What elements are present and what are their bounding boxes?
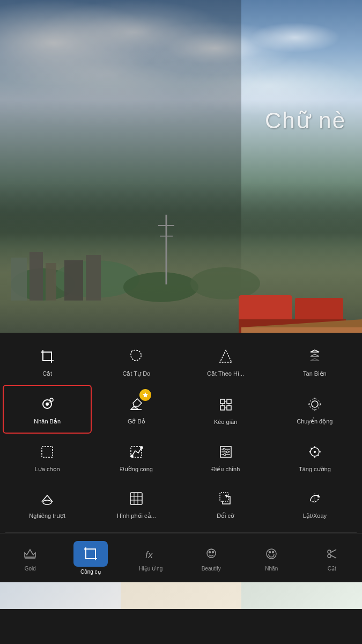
svg-point-87 xyxy=(269,552,271,553)
svg-text:fx: fx xyxy=(145,550,153,560)
svg-marker-24 xyxy=(311,350,319,352)
tool-doi-co[interactable]: Đổi cờ xyxy=(181,480,270,527)
tool-tan-bien-label: Tan Biến xyxy=(303,370,327,377)
svg-rect-5 xyxy=(29,252,43,301)
svg-point-53 xyxy=(223,448,225,450)
ad-bar xyxy=(0,582,362,609)
tool-duong-cong-label: Đường cong xyxy=(120,466,153,473)
svg-rect-4 xyxy=(11,258,27,301)
tool-tan-bien[interactable]: Tan Biến xyxy=(270,338,359,385)
ad-segment-3 xyxy=(241,582,362,609)
svg-point-64 xyxy=(43,500,51,504)
svg-rect-70 xyxy=(220,493,228,501)
tool-dieu-chinh-label: Điều chỉnh xyxy=(211,466,240,473)
blend-icon xyxy=(125,488,147,509)
tab-nhan-label: Nhãn xyxy=(265,566,278,572)
tool-go-bo[interactable]: Gỡ Bỏ xyxy=(92,385,181,434)
tab-gold[interactable]: Gold xyxy=(0,541,61,575)
svg-rect-16 xyxy=(43,352,51,361)
tab-cat-label: Cắt xyxy=(328,566,336,572)
svg-point-40 xyxy=(309,399,320,409)
shape-crop-icon xyxy=(215,346,237,367)
flip-rotate-icon xyxy=(304,488,326,509)
ad-bar-content xyxy=(0,582,362,609)
svg-point-85 xyxy=(212,552,213,553)
ad-segment-2 xyxy=(121,582,241,609)
tilt-icon xyxy=(36,488,58,509)
svg-point-90 xyxy=(328,554,331,558)
ad-segment-1 xyxy=(0,582,121,609)
photo-canvas: Chữ nè xyxy=(0,0,362,333)
tool-duong-cong[interactable]: Đường cong xyxy=(92,434,181,480)
tool-dieu-chinh[interactable]: Điều chỉnh xyxy=(181,434,270,480)
tool-lat-xoay-label: Lật/Xoay xyxy=(303,513,327,519)
svg-rect-65 xyxy=(130,493,142,504)
svg-point-3 xyxy=(190,267,260,299)
tool-cat-tu-do[interactable]: Cắt Tự Do xyxy=(92,338,181,385)
tool-keo-gian-label: Kéo giãn xyxy=(214,419,237,425)
svg-point-29 xyxy=(50,398,53,401)
tool-lua-chon[interactable]: Lựa chọn xyxy=(3,434,92,480)
scissors-icon xyxy=(322,544,342,564)
tool-cat[interactable]: Cắt xyxy=(3,338,92,385)
svg-point-89 xyxy=(328,550,331,553)
svg-rect-8 xyxy=(86,255,101,301)
tool-go-bo-label: Gỡ Bỏ xyxy=(128,418,145,425)
tool-lat-xoay[interactable]: Lật/Xoay xyxy=(270,480,359,527)
svg-point-48 xyxy=(141,447,143,449)
bottom-tabs: Gold Công cụ f xyxy=(0,533,362,582)
tab-cong-cu[interactable]: Công cụ xyxy=(61,538,121,578)
svg-point-39 xyxy=(312,401,318,407)
tab-hieu-ung[interactable]: fx Hiệu Ứng xyxy=(121,541,181,575)
svg-rect-34 xyxy=(227,406,231,410)
tool-cat-tu-do-label: Cắt Tự Do xyxy=(123,370,151,377)
svg-rect-45 xyxy=(42,447,53,457)
tool-tang-cuong[interactable]: Tăng cường xyxy=(270,434,359,480)
svg-point-2 xyxy=(123,272,198,302)
svg-point-63 xyxy=(314,451,316,453)
svg-marker-25 xyxy=(311,354,319,356)
tab-cat[interactable]: Cắt xyxy=(302,541,363,575)
tool-chuyen-dong[interactable]: Chuyển động xyxy=(270,385,359,434)
tool-nhan-ban[interactable]: Nhân Bản xyxy=(3,385,92,434)
free-crop-icon xyxy=(125,346,147,367)
stretch-icon xyxy=(215,394,237,415)
svg-line-61 xyxy=(311,448,312,449)
gold-badge xyxy=(139,389,151,401)
svg-rect-15 xyxy=(241,327,362,333)
svg-rect-12 xyxy=(239,295,292,322)
svg-rect-6 xyxy=(46,263,56,301)
tool-nhan-ban-label: Nhân Bản xyxy=(34,418,61,425)
enhance-icon xyxy=(304,441,326,463)
tool-tang-cuong-label: Tăng cường xyxy=(299,466,331,473)
tool-keo-gian[interactable]: Kéo giãn xyxy=(181,385,270,434)
tool-nghieng-truot[interactable]: Nghiêng trượt xyxy=(3,480,92,527)
adjust-icon xyxy=(215,441,237,463)
tab-cong-cu-label: Công cụ xyxy=(80,569,101,575)
svg-point-84 xyxy=(209,552,210,553)
photo-overlay-text: Chữ nè xyxy=(265,107,346,134)
face-icon xyxy=(202,544,221,564)
svg-point-88 xyxy=(272,552,274,553)
tab-beautify-label: Beautify xyxy=(202,566,221,572)
tab-beautify[interactable]: Beautify xyxy=(181,541,242,575)
tool-cat-theo-hinh-label: Cắt Theo Hì... xyxy=(207,370,244,377)
tool-hinh-phoi[interactable]: Hình phối cả... xyxy=(92,480,181,527)
tool-cat-label: Cắt xyxy=(42,370,52,377)
tab-gold-label: Gold xyxy=(25,566,36,572)
svg-point-47 xyxy=(131,455,133,457)
tab-nhan[interactable]: Nhãn xyxy=(241,541,302,575)
svg-rect-7 xyxy=(64,260,83,301)
fade-icon xyxy=(304,346,326,367)
duplicate-icon xyxy=(36,393,58,415)
tool-hinh-phoi-label: Hình phối cả... xyxy=(117,513,156,519)
tab-hieu-ung-label: Hiệu Ứng xyxy=(139,566,162,572)
svg-line-92 xyxy=(330,555,336,559)
bottom-panel: Cắt Cắt Tự Do Cắt Theo Hì... Tan Biến xyxy=(0,333,362,644)
tool-cat-theo-hinh[interactable]: Cắt Theo Hì... xyxy=(181,338,270,385)
tool-lua-chon-label: Lựa chọn xyxy=(35,466,60,473)
tab-cong-cu-container xyxy=(73,541,108,567)
svg-line-91 xyxy=(330,550,336,553)
crown-icon xyxy=(20,544,40,564)
curve-icon xyxy=(125,441,147,463)
